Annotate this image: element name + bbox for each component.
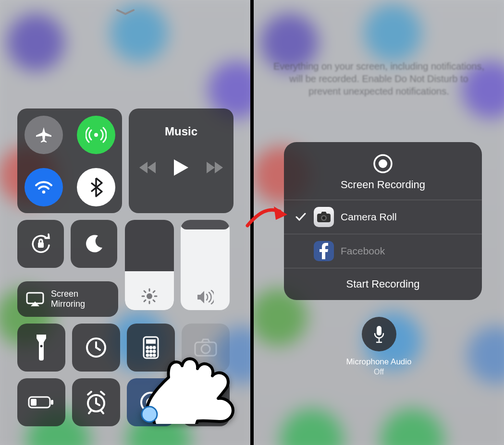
timer-icon	[85, 336, 108, 359]
airplane-mode-toggle[interactable]	[25, 116, 63, 154]
rotation-lock-toggle[interactable]	[17, 220, 64, 268]
alarm-icon	[84, 390, 108, 414]
microphone-state: Off	[374, 368, 384, 376]
brightness-slider[interactable]	[125, 220, 174, 310]
facebook-app-icon	[314, 241, 334, 261]
svg-rect-41	[377, 326, 381, 336]
recording-dest-facebook[interactable]: Facebook	[284, 234, 482, 268]
low-power-button[interactable]	[17, 378, 65, 426]
brightness-icon	[141, 288, 158, 304]
cellular-data-toggle[interactable]	[77, 116, 115, 154]
alarm-button[interactable]	[72, 378, 120, 426]
record-icon	[373, 154, 393, 174]
start-recording-button[interactable]: Start Recording	[284, 268, 482, 300]
timer-button[interactable]	[72, 324, 120, 372]
screen-mirroring-label: Screen Mirroring	[51, 289, 85, 309]
svg-point-0	[94, 133, 98, 137]
start-recording-label: Start Recording	[346, 278, 420, 290]
music-card[interactable]: Music	[129, 108, 234, 213]
screen-recording-title: Screen Recording	[341, 179, 425, 191]
svg-point-4	[147, 293, 152, 299]
svg-rect-21	[51, 400, 53, 405]
volume-slider[interactable]	[181, 220, 230, 310]
svg-point-1	[42, 190, 45, 193]
svg-point-37	[379, 159, 387, 168]
moon-icon	[85, 234, 104, 253]
svg-point-35	[142, 407, 157, 422]
music-title: Music	[165, 125, 197, 138]
do-not-disturb-toggle[interactable]	[71, 220, 117, 268]
microphone-icon	[373, 325, 385, 343]
rewind-icon[interactable]	[139, 162, 156, 175]
camera-roll-label: Camera Roll	[341, 211, 397, 223]
recording-dest-camera-roll[interactable]: Camera Roll	[284, 200, 482, 234]
flashlight-button[interactable]	[17, 324, 65, 372]
bluetooth-icon	[89, 177, 103, 198]
svg-rect-2	[38, 242, 44, 248]
speaker-icon	[197, 290, 214, 304]
recording-warning-text: Everything on your screen, including not…	[254, 60, 504, 97]
svg-point-5	[40, 345, 43, 348]
bluetooth-toggle[interactable]	[77, 168, 115, 206]
svg-rect-22	[31, 399, 37, 406]
airplane-icon	[34, 125, 53, 144]
screen-recording-card: Screen Recording Camera Roll Facebook St…	[284, 142, 482, 300]
wifi-icon	[34, 177, 54, 197]
facebook-label: Facebook	[341, 245, 385, 257]
red-arrow-annotation	[245, 192, 288, 230]
play-icon[interactable]	[174, 159, 188, 178]
connectivity-card[interactable]	[17, 108, 122, 213]
airplay-icon	[26, 292, 44, 306]
antenna-icon	[86, 124, 107, 145]
checkmark-icon	[295, 213, 307, 221]
rotation-lock-icon	[28, 231, 54, 257]
svg-point-40	[322, 216, 326, 220]
flashlight-icon	[35, 335, 48, 361]
microphone-toggle[interactable]	[362, 317, 396, 351]
wifi-toggle[interactable]	[25, 168, 63, 206]
microphone-label: Microphone Audio	[346, 357, 411, 367]
chevron-down-icon	[116, 9, 135, 15]
screen-mirroring-button[interactable]: Screen Mirroring	[17, 281, 118, 317]
forward-icon[interactable]	[207, 162, 223, 175]
camera-app-icon	[314, 207, 334, 227]
pointer-hand-annotation	[139, 313, 237, 424]
battery-icon	[28, 395, 55, 409]
